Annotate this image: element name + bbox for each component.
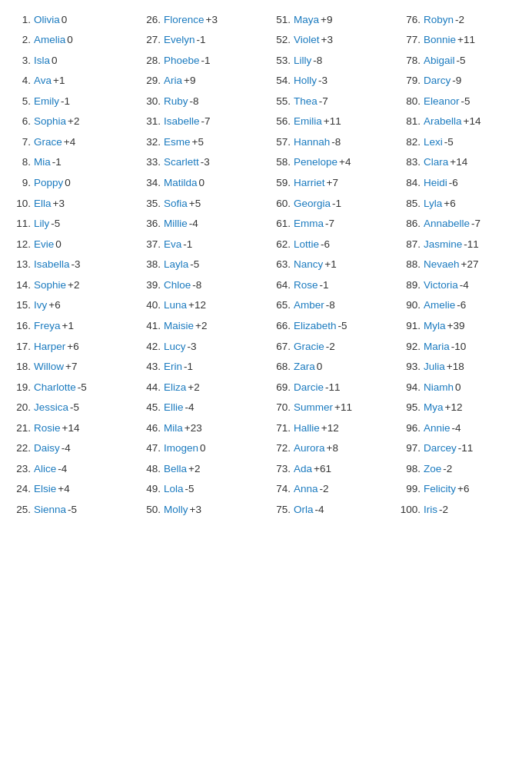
change-value: +1 xyxy=(324,257,336,272)
list-item: 16.Freya +1 xyxy=(6,315,136,336)
name-label: Eliza xyxy=(164,380,186,395)
name-label: Lola xyxy=(164,481,184,497)
name-label: Aurora xyxy=(294,441,325,456)
rank-number: 31. xyxy=(139,114,161,129)
name-label: Willow xyxy=(34,359,64,375)
rank-number: 4. xyxy=(9,73,31,88)
list-item: 34.Matilda 0 xyxy=(136,173,266,194)
change-value: -4 xyxy=(315,502,324,518)
rank-number: 65. xyxy=(269,298,291,313)
list-item: 33.Scarlett -3 xyxy=(136,152,266,173)
rank-number: 70. xyxy=(269,400,291,415)
name-label: Lily xyxy=(34,216,49,231)
name-label: Lexi xyxy=(424,135,443,150)
rank-number: 73. xyxy=(269,461,291,477)
change-value: -2 xyxy=(326,339,335,355)
rank-number: 71. xyxy=(269,421,291,436)
change-value: -7 xyxy=(471,216,480,231)
name-label: Nancy xyxy=(294,257,323,272)
name-label: Julia xyxy=(424,359,445,375)
name-label: Nevaeh xyxy=(424,257,460,272)
change-value: +12 xyxy=(321,421,339,436)
name-label: Isabelle xyxy=(164,114,200,129)
name-label: Alice xyxy=(34,461,56,477)
change-value: 0 xyxy=(200,441,206,456)
change-value: +27 xyxy=(461,257,479,272)
list-item: 44.Eliza +2 xyxy=(136,377,266,398)
list-item: 63.Nancy +1 xyxy=(266,255,396,275)
rank-number: 27. xyxy=(139,32,161,48)
name-label: Hallie xyxy=(294,421,320,436)
rank-number: 52. xyxy=(269,32,291,48)
list-item: 2.Amelia 0 xyxy=(6,30,136,51)
list-item: 62.Lottie -6 xyxy=(266,234,396,255)
list-item: 12.Evie 0 xyxy=(6,234,136,255)
name-label: Eva xyxy=(164,237,181,252)
change-value: -1 xyxy=(183,237,192,252)
list-item: 94.Niamh 0 xyxy=(396,377,526,398)
list-item: 23.Alice -4 xyxy=(6,458,136,479)
list-item: 49.Lola -5 xyxy=(136,479,266,500)
list-item: 70.Summer +11 xyxy=(266,398,396,418)
list-item: 96.Annie -4 xyxy=(396,418,526,438)
list-item: 29.Aria +9 xyxy=(136,71,266,92)
change-value: +2 xyxy=(188,380,199,395)
name-label: Chloe xyxy=(164,278,191,293)
change-value: -1 xyxy=(320,278,329,293)
change-value: +4 xyxy=(58,481,69,497)
change-value: 0 xyxy=(455,380,461,395)
name-label: Grace xyxy=(34,135,62,150)
rank-number: 57. xyxy=(269,135,291,150)
rank-number: 90. xyxy=(399,298,421,313)
change-value: +7 xyxy=(65,359,77,375)
change-value: -5 xyxy=(190,257,199,272)
rank-number: 67. xyxy=(269,339,291,355)
list-item: 100.Iris -2 xyxy=(396,500,526,521)
change-value: -1 xyxy=(52,155,62,170)
rank-number: 41. xyxy=(139,318,161,334)
list-item: 22.Daisy -4 xyxy=(6,438,136,459)
name-label: Poppy xyxy=(34,175,63,191)
name-label: Isabella xyxy=(34,257,70,272)
name-label: Amelie xyxy=(424,298,455,313)
list-item: 7.Grace +4 xyxy=(6,131,136,152)
change-value: -8 xyxy=(313,53,322,68)
rank-number: 16. xyxy=(9,318,31,334)
rank-number: 100. xyxy=(399,502,421,518)
list-item: 50.Molly +3 xyxy=(136,500,266,521)
change-value: -7 xyxy=(201,114,211,129)
rank-number: 15. xyxy=(9,298,31,313)
rank-number: 8. xyxy=(9,155,31,170)
change-value: -11 xyxy=(458,441,474,456)
rank-number: 62. xyxy=(269,237,291,252)
rank-number: 92. xyxy=(399,339,421,355)
name-label: Darcey xyxy=(424,441,457,456)
name-label: Evie xyxy=(34,237,54,252)
rank-number: 29. xyxy=(139,73,161,88)
list-item: 36.Millie -4 xyxy=(136,214,266,235)
rank-number: 12. xyxy=(9,237,31,252)
list-item: 55.Thea -7 xyxy=(266,91,396,112)
list-item: 32.Esme +5 xyxy=(136,131,266,152)
change-value: +7 xyxy=(327,175,338,191)
name-label: Bella xyxy=(164,461,187,477)
rank-number: 42. xyxy=(139,339,161,355)
rank-number: 95. xyxy=(399,400,421,415)
list-item: 5.Emily -1 xyxy=(6,91,136,112)
name-label: Orla xyxy=(294,502,314,518)
list-item: 75.Orla -4 xyxy=(266,500,396,521)
list-item: 66.Elizabeth -5 xyxy=(266,315,396,336)
rank-number: 11. xyxy=(9,216,31,231)
rank-number: 99. xyxy=(399,481,421,497)
change-value: +9 xyxy=(321,12,332,28)
change-value: -1 xyxy=(201,53,211,68)
rank-number: 48. xyxy=(139,461,161,477)
name-label: Anna xyxy=(294,481,318,497)
change-value: +6 xyxy=(67,339,78,355)
list-item: 82.Lexi -5 xyxy=(396,131,526,152)
name-label: Millie xyxy=(164,216,188,231)
list-item: 64.Rose -1 xyxy=(266,275,396,295)
rank-number: 86. xyxy=(399,216,421,231)
change-value: -6 xyxy=(457,298,466,313)
rank-number: 43. xyxy=(139,359,161,375)
